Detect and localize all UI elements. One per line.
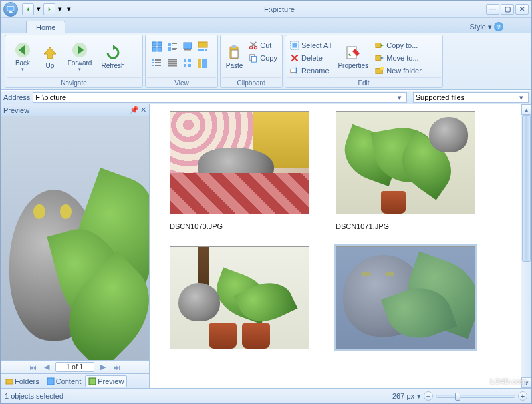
- view-layout-button[interactable]: [196, 56, 210, 71]
- qat-forward-button[interactable]: [43, 3, 55, 15]
- layout-icon: [198, 58, 208, 69]
- zoom-value: 267 px: [392, 392, 414, 400]
- tab-folders[interactable]: Folders: [2, 375, 43, 387]
- folder-icon: [5, 377, 13, 385]
- svg-rect-20: [201, 49, 204, 51]
- tab-home[interactable]: Home: [26, 21, 65, 33]
- app-menu-button[interactable]: [3, 2, 18, 17]
- monitor-icon: [6, 5, 15, 14]
- file-content-area[interactable]: DSCN1070.JPG DSCN1071.JPG: [150, 104, 531, 388]
- qat-back-dropdown[interactable]: ▾: [35, 3, 42, 15]
- filter-dropdown[interactable]: ▾: [517, 93, 526, 102]
- main-area: Preview 📌 ✕ ⏮ ◀ 1 of 1 ▶ ⏭: [1, 104, 531, 388]
- filter-field[interactable]: Supported files▾: [413, 92, 529, 103]
- pane-close-button[interactable]: ✕: [140, 106, 146, 114]
- move-to-button[interactable]: Move to...: [373, 52, 424, 64]
- view-icons-button[interactable]: [180, 39, 195, 54]
- file-item[interactable]: DSCN1070.JPG: [170, 111, 309, 230]
- svg-rect-3: [9, 12, 13, 13]
- forward-button[interactable]: Forward▾: [63, 38, 97, 75]
- file-item[interactable]: [170, 246, 309, 357]
- ribbon: Back▾ Up Forward▾ Refresh Navigate: [1, 33, 531, 90]
- svg-rect-36: [198, 59, 201, 68]
- address-dropdown[interactable]: ▾: [395, 93, 404, 102]
- address-field[interactable]: F:\picture▾: [33, 92, 406, 103]
- group-navigate-label: Navigate: [7, 77, 141, 87]
- pager-next-button[interactable]: ▶: [98, 363, 108, 372]
- svg-rect-39: [232, 45, 236, 48]
- view-small-button[interactable]: [180, 56, 195, 71]
- properties-icon: [345, 45, 361, 61]
- svg-rect-6: [152, 42, 156, 46]
- cut-button[interactable]: Cut: [247, 39, 279, 51]
- up-button[interactable]: Up: [39, 38, 61, 75]
- svg-rect-46: [293, 43, 297, 48]
- paste-button[interactable]: Paste: [223, 38, 245, 75]
- zoom-slider-handle[interactable]: [455, 393, 460, 401]
- qat-forward-dropdown[interactable]: ▾: [57, 3, 63, 15]
- pager-last-button[interactable]: ⏭: [112, 363, 121, 372]
- view-thumbnails-button[interactable]: [150, 39, 164, 54]
- close-button[interactable]: ✕: [515, 4, 529, 15]
- svg-rect-37: [202, 59, 207, 68]
- tab-content[interactable]: Content: [43, 375, 85, 387]
- thumbnails-icon: [152, 41, 162, 52]
- preview-image[interactable]: [1, 116, 149, 360]
- qat-back-button[interactable]: [22, 3, 34, 15]
- file-item[interactable]: DSCN1071.JPG: [336, 111, 475, 230]
- view-details-button[interactable]: [165, 56, 180, 71]
- ribbon-tab-row: Home Style ▾ ?: [1, 18, 531, 33]
- help-icon[interactable]: ?: [494, 22, 503, 31]
- pane-pin-button[interactable]: 📌: [130, 106, 139, 114]
- scroll-up-button[interactable]: ▴: [521, 104, 531, 115]
- tiles-icon: [167, 41, 178, 52]
- svg-rect-16: [184, 43, 192, 49]
- chevron-down-icon: ▾: [488, 23, 492, 31]
- svg-rect-9: [158, 47, 162, 51]
- details-icon: [167, 58, 178, 69]
- back-button[interactable]: Back▾: [8, 38, 37, 75]
- file-item-selected[interactable]: [336, 246, 475, 357]
- minimize-button[interactable]: —: [486, 4, 499, 15]
- zoom-out-button[interactable]: −: [424, 391, 433, 401]
- vertical-scrollbar[interactable]: ▴ ▾: [521, 104, 531, 388]
- style-menu[interactable]: Style ▾ ?: [467, 21, 506, 33]
- svg-rect-32: [184, 59, 186, 62]
- select-all-button[interactable]: Select All: [288, 39, 333, 51]
- svg-rect-19: [198, 49, 201, 51]
- pane-tabs: Folders Content Preview: [1, 373, 149, 388]
- preview-pager: ⏮ ◀ 1 of 1 ▶ ⏭: [1, 360, 149, 373]
- zoom-slider[interactable]: [436, 395, 515, 398]
- svg-rect-55: [47, 378, 54, 385]
- copy-button[interactable]: Copy: [247, 52, 279, 64]
- pager-first-button[interactable]: ⏮: [29, 363, 38, 372]
- refresh-button[interactable]: Refresh: [98, 38, 128, 75]
- zoom-control: 267 px ▾ − +: [392, 391, 527, 401]
- svg-rect-27: [155, 65, 161, 66]
- rename-button[interactable]: Rename: [288, 65, 333, 77]
- svg-rect-11: [172, 43, 177, 44]
- view-tiles-button[interactable]: [165, 39, 180, 54]
- properties-button[interactable]: Properties: [334, 38, 372, 75]
- maximize-button[interactable]: ▢: [501, 4, 514, 15]
- svg-rect-33: [188, 59, 191, 62]
- icons-icon: [182, 41, 193, 52]
- qat-customize[interactable]: ▾: [66, 3, 72, 15]
- scroll-down-button[interactable]: ▾: [521, 377, 531, 388]
- svg-rect-1: [7, 6, 13, 10]
- rename-icon: [290, 66, 299, 75]
- tab-preview[interactable]: Preview: [85, 375, 127, 387]
- scrollbar-thumb[interactable]: [522, 115, 531, 262]
- svg-rect-24: [152, 62, 154, 63]
- pager-prev-button[interactable]: ◀: [42, 363, 51, 372]
- view-list-button[interactable]: [150, 56, 164, 71]
- zoom-in-button[interactable]: +: [518, 391, 527, 401]
- svg-rect-23: [155, 59, 161, 61]
- view-filmstrip-button[interactable]: [196, 39, 210, 54]
- new-folder-button[interactable]: New folder: [373, 65, 424, 77]
- copy-to-button[interactable]: Copy to...: [373, 39, 424, 51]
- delete-button[interactable]: Delete: [288, 52, 333, 64]
- group-view: View: [145, 35, 218, 88]
- svg-rect-2: [9, 11, 12, 11]
- svg-rect-22: [152, 59, 154, 61]
